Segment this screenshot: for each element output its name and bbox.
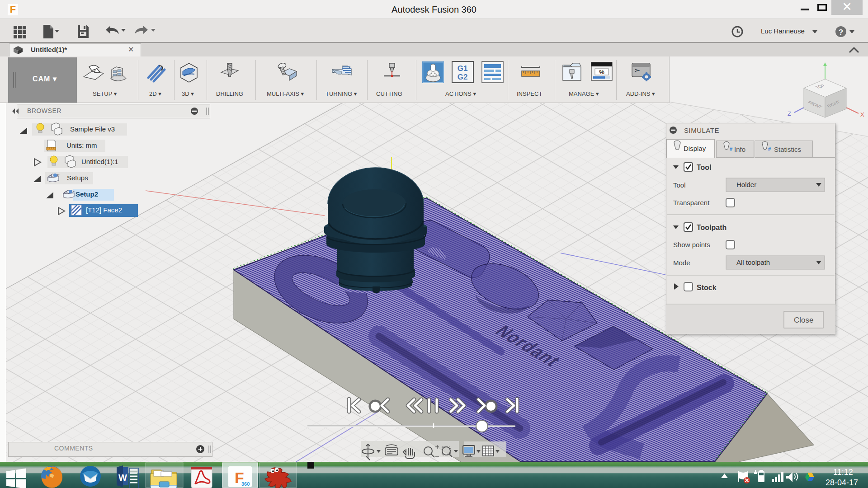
- svg-text:Stock: Stock: [697, 284, 717, 291]
- svg-text:W: W: [118, 473, 127, 483]
- svg-text:X: X: [860, 111, 864, 118]
- svg-text:Show points: Show points: [673, 241, 710, 249]
- svg-text:Toolpath: Toolpath: [697, 224, 726, 231]
- svg-text:28-04-17: 28-04-17: [826, 478, 858, 487]
- svg-text:Transparent: Transparent: [673, 199, 710, 206]
- svg-text:Holder: Holder: [736, 181, 756, 188]
- svg-text:#: #: [768, 146, 771, 152]
- svg-text:>-: >-: [635, 67, 640, 74]
- svg-text:360: 360: [241, 481, 250, 487]
- svg-text:11:12: 11:12: [833, 468, 853, 477]
- svg-text:Z: Z: [788, 110, 791, 117]
- svg-text:Close: Close: [794, 316, 813, 324]
- svg-text:?: ?: [839, 28, 843, 37]
- svg-text:All toolpath: All toolpath: [736, 258, 770, 266]
- svg-text:Tool: Tool: [673, 181, 686, 189]
- svg-text:Mode: Mode: [673, 259, 690, 267]
- svg-text:#: #: [730, 146, 732, 152]
- svg-text:%: %: [599, 69, 604, 75]
- svg-text:G2: G2: [458, 73, 468, 81]
- svg-text:G1: G1: [458, 64, 468, 73]
- svg-text:Tool: Tool: [697, 164, 712, 171]
